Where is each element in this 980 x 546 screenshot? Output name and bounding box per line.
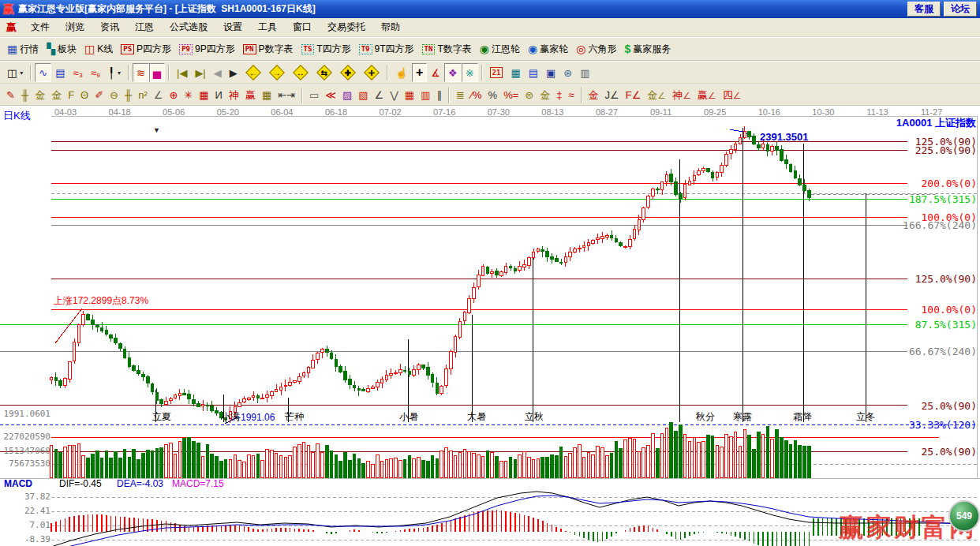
golden-circle-button[interactable]: ⊜ [522,87,537,103]
notepad-button[interactable]: ▤ [525,63,542,82]
t-number-table-button[interactable]: TNT数字表 [418,39,476,58]
square-of-nine-button[interactable]: n² [135,87,151,103]
chart-canvas[interactable] [0,106,980,546]
hexagon-button[interactable]: ◎六角形 [572,39,620,58]
p-square-button[interactable]: PSP四方形 [117,39,175,58]
flag-tool-button[interactable]: ‡ [553,87,565,103]
gann-hlines-button[interactable]: ╫ [18,87,32,103]
cycle-circle-button[interactable]: ⊖ [107,87,122,103]
fan-grid-button[interactable]: ▧ [355,87,371,103]
fan-box-button[interactable]: ▨ [339,87,355,103]
calendar-button[interactable]: 21 [486,63,507,82]
grid-dense-button[interactable]: ▦ [402,87,417,103]
forum-button[interactable]: 论坛 [944,2,977,17]
menu-item-settings[interactable]: 设置 [215,18,250,36]
win-angle-button[interactable]: 赢∠ [694,87,720,103]
zoom-in-button[interactable]: ✚ [336,63,360,82]
v-pattern-button[interactable]: ⋁ [387,87,402,103]
nine-p-square-button[interactable]: P99P四方形 [175,39,239,58]
winner-service-button[interactable]: $赢家服务 [620,39,675,58]
menu-item-file[interactable]: 文件 [23,18,58,36]
pattern-button[interactable]: ≋ [133,63,149,82]
angle-tool-button[interactable]: ∡ [427,63,444,82]
crosshair-tool-button[interactable]: + [412,63,427,82]
shen-angle-button[interactable]: 神∠ [669,87,694,103]
menu-item-window[interactable]: 窗口 [285,18,320,36]
print-button[interactable]: ▥ [576,63,593,82]
scroll-right-button[interactable]: ▶ [226,63,241,82]
arc-tool-button[interactable]: ≈ [565,87,577,103]
parallel-lines-button[interactable]: ∥ [433,87,445,103]
wave-9-button[interactable]: ≈₉ [87,63,104,82]
golden-ratio-h-button[interactable]: 金 [32,87,48,103]
winner-wheel-button[interactable]: ◉赢家轮 [524,39,572,58]
menu-item-help[interactable]: 帮助 [373,18,408,36]
world-time-button[interactable]: ⊛ [559,63,576,82]
wave-3-button[interactable]: ≈₃ [69,63,87,82]
j-angle-button[interactable]: J∠ [602,87,623,103]
mark-pen-button[interactable]: ✐ [92,87,107,103]
pan-left-button[interactable]: ← [241,63,265,82]
f-angle-button[interactable]: F∠ [623,87,645,103]
menu-item-browse[interactable]: 浏览 [58,18,92,36]
count-tool-button[interactable]: И [212,87,226,103]
fib-tool-button[interactable]: F [65,87,77,103]
gold-gann-angle-button[interactable]: 金∠ [644,87,669,103]
menu-item-gann[interactable]: 江恩 [127,18,162,36]
circle-cross-button[interactable]: ⊕ [166,87,181,103]
hand-tool-button[interactable]: ☝ [391,63,412,82]
colored-histogram-button[interactable]: ▅ [149,63,165,82]
gann-wheel-button[interactable]: ◉江恩轮 [476,39,524,58]
save-button[interactable]: ▣ [542,63,559,82]
customer-service-button[interactable]: 客服 [907,2,941,17]
golden-ratio-v-button[interactable]: 金 [48,87,65,103]
pattern-flower-button[interactable]: ※ [462,63,478,82]
price-ruler-button[interactable]: ≣ [453,87,468,103]
four-angle-button[interactable]: 四∠ [720,87,745,103]
grid-vertical-button[interactable]: ▥ [417,87,433,103]
trend-angle-button[interactable]: ∠ [372,87,387,103]
info-panel-button[interactable]: ▤ [51,63,69,82]
range-tool-button[interactable]: ⇤⇥ [275,87,298,103]
percent-tool-button[interactable]: % [485,87,501,103]
kline-button[interactable]: ◫K线 [80,39,117,58]
angle-line-button[interactable]: ∠ [151,87,166,103]
zoom-out-button[interactable]: ✛ [360,63,383,82]
gold-angle-button[interactable]: 金 [585,87,602,103]
scroll-left-button[interactable]: ◀ [210,63,226,82]
percent-line-button[interactable]: ⁄% [468,87,485,103]
pan-right-button[interactable]: → [265,63,289,82]
sketch-mode-button[interactable]: ∿ [35,63,51,82]
golden-levels-button[interactable]: 金 [537,87,553,103]
time-lines-button[interactable]: ╫ [122,87,135,103]
box-tool-button[interactable]: ▭ [306,87,322,103]
sectors-button[interactable]: ▚板块 [43,39,80,58]
menu-item-news[interactable]: 资讯 [92,18,127,36]
menu-item-formula-picker[interactable]: 公式选股 [162,18,215,36]
gann-shape-tool-button[interactable]: ❖ [444,63,462,82]
fan-lines-button[interactable]: ≪ [322,87,339,103]
floating-badge-button[interactable]: 549 [948,500,980,532]
first-page-button[interactable]: |◀ [173,63,191,82]
calculator-button[interactable]: ▦ [507,63,524,82]
price-grid-button[interactable]: ▦ [196,87,211,103]
volume-bar [137,459,140,477]
p-number-table-button[interactable]: PNP数字表 [239,39,297,58]
pen-tool-button[interactable]: ✎ [3,87,18,103]
compress-horizontal-button[interactable]: ⇆ [312,63,336,82]
nine-t-square-button[interactable]: T99T四方形 [355,39,418,58]
spiral-tool-button[interactable]: Θ [77,87,92,103]
t-square-button[interactable]: TST四方形 [297,39,355,58]
market-quotes-button[interactable]: ▦行情 [3,39,43,58]
candle-style-dropdown[interactable]: ╿▾ [104,63,125,82]
spider-web-button[interactable]: ✳ [181,87,196,103]
expand-horizontal-button[interactable]: ↔ [289,63,312,82]
percent-levels-button[interactable]: %= [500,87,522,103]
menu-item-tools[interactable]: 工具 [250,18,285,36]
menu-item-trade[interactable]: 交易委托 [320,18,373,36]
last-page-button[interactable]: ▶| [191,63,209,82]
period-dropdown[interactable]: ◫▾ [3,63,27,82]
win-gann-button[interactable]: 赢 [242,87,259,103]
number-grid-button[interactable]: ▦ [259,87,275,103]
shen-gann-button[interactable]: 神 [226,87,242,103]
